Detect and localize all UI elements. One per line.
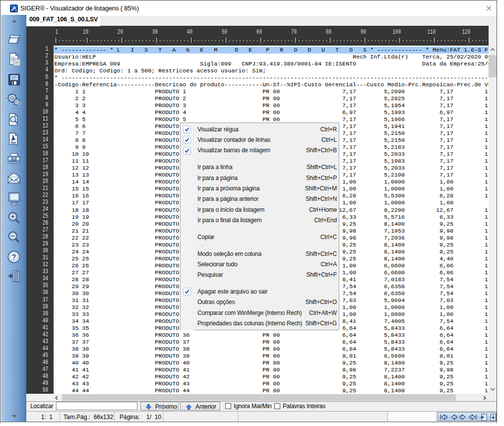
svg-text:?: ? — [11, 252, 16, 261]
